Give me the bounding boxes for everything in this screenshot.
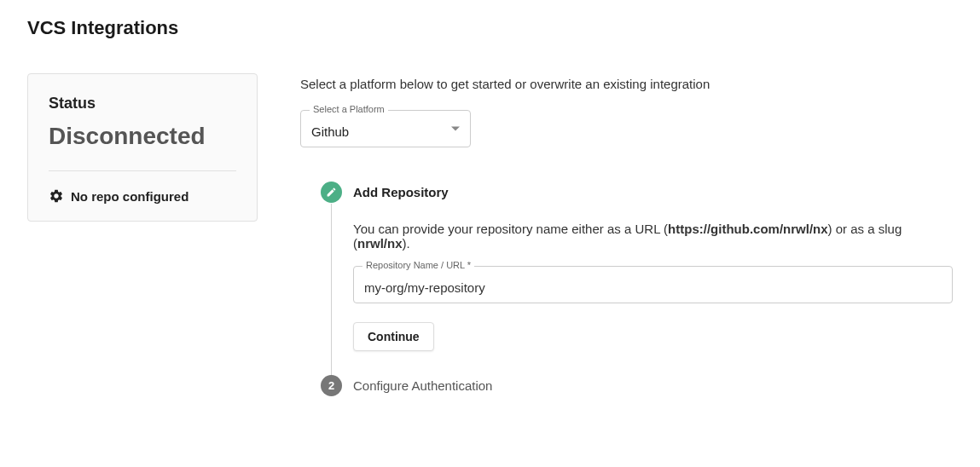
main-content: Select a platform below to get started o… — [300, 73, 953, 420]
sidebar: Status Disconnected No repo configured — [27, 73, 258, 420]
repo-status-text: No repo configured — [71, 189, 188, 204]
step2-title: Configure Authentication — [353, 375, 953, 396]
stepper: Add Repository You can provide your repo… — [300, 182, 953, 420]
divider — [49, 170, 236, 171]
repo-name-input[interactable] — [364, 280, 942, 295]
step-connector — [331, 204, 332, 385]
instruction-text: Select a platform below to get started o… — [300, 77, 953, 91]
step-badge-active — [321, 182, 342, 203]
platform-select-label: Select a Platform — [310, 104, 388, 114]
repo-name-label: Repository Name / URL * — [362, 260, 474, 270]
step1-description: You can provide your repository name eit… — [353, 222, 953, 251]
repo-name-input-wrap[interactable]: Repository Name / URL * — [353, 266, 953, 303]
step-badge-inactive: 2 — [321, 375, 342, 396]
gear-icon — [49, 188, 64, 204]
status-value: Disconnected — [49, 123, 236, 150]
continue-button[interactable]: Continue — [353, 322, 434, 351]
platform-select-value: Github — [311, 124, 349, 139]
pencil-icon — [326, 187, 337, 198]
platform-select[interactable]: Select a Platform Github — [300, 110, 471, 147]
status-label: Status — [49, 95, 236, 112]
step-configure-auth: 2 Configure Authentication — [321, 375, 953, 420]
status-card: Status Disconnected No repo configured — [27, 73, 258, 222]
page-title: VCS Integrations — [27, 17, 953, 39]
chevron-down-icon — [451, 127, 460, 131]
step1-title: Add Repository — [353, 182, 953, 203]
repo-status: No repo configured — [49, 188, 236, 204]
step-add-repository: Add Repository You can provide your repo… — [321, 182, 953, 375]
